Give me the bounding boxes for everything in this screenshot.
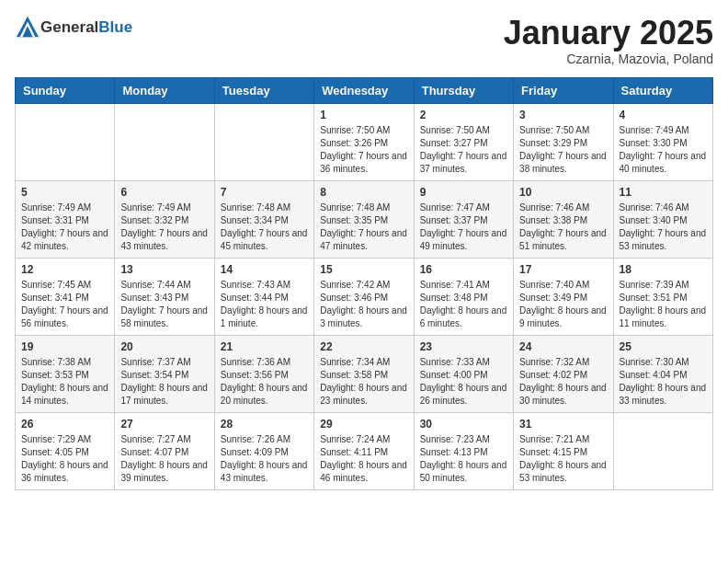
day-number: 7: [221, 186, 308, 199]
day-number: 13: [120, 263, 208, 276]
calendar-cell: [214, 103, 313, 180]
calendar-week-row: 1Sunrise: 7:50 AM Sunset: 3:26 PM Daylig…: [16, 103, 713, 180]
weekday-header-row: SundayMondayTuesdayWednesdayThursdayFrid…: [16, 77, 713, 103]
day-number: 3: [519, 109, 607, 121]
calendar-cell: 2Sunrise: 7:50 AM Sunset: 3:27 PM Daylig…: [414, 103, 513, 180]
day-info: Sunrise: 7:46 AM Sunset: 3:38 PM Dayligh…: [519, 201, 607, 253]
day-number: 28: [221, 418, 308, 431]
weekday-header-monday: Monday: [115, 77, 214, 103]
day-info: Sunrise: 7:43 AM Sunset: 3:44 PM Dayligh…: [221, 279, 308, 330]
logo-icon: [15, 15, 40, 40]
calendar-table: SundayMondayTuesdayWednesdayThursdayFrid…: [15, 77, 713, 490]
location-subtitle: Czarnia, Mazovia, Poland: [504, 52, 713, 66]
calendar-cell: 19Sunrise: 7:38 AM Sunset: 3:53 PM Dayli…: [16, 335, 115, 412]
day-number: 6: [120, 186, 208, 199]
day-info: Sunrise: 7:33 AM Sunset: 4:00 PM Dayligh…: [420, 356, 507, 408]
day-number: 4: [620, 109, 707, 121]
month-title: January 2025: [504, 15, 713, 52]
day-info: Sunrise: 7:48 AM Sunset: 3:34 PM Dayligh…: [221, 201, 308, 253]
logo-blue: Blue: [98, 18, 132, 36]
day-info: Sunrise: 7:46 AM Sunset: 3:40 PM Dayligh…: [620, 201, 707, 253]
day-info: Sunrise: 7:41 AM Sunset: 3:48 PM Dayligh…: [420, 279, 507, 330]
calendar-cell: 13Sunrise: 7:44 AM Sunset: 3:43 PM Dayli…: [115, 258, 214, 335]
day-info: Sunrise: 7:29 AM Sunset: 4:05 PM Dayligh…: [21, 433, 108, 485]
calendar-cell: 22Sunrise: 7:34 AM Sunset: 3:58 PM Dayli…: [314, 335, 414, 412]
day-number: 30: [420, 418, 507, 431]
calendar-cell: 16Sunrise: 7:41 AM Sunset: 3:48 PM Dayli…: [414, 258, 513, 335]
day-info: Sunrise: 7:49 AM Sunset: 3:31 PM Dayligh…: [21, 201, 108, 253]
calendar-cell: 26Sunrise: 7:29 AM Sunset: 4:05 PM Dayli…: [16, 412, 115, 489]
day-info: Sunrise: 7:44 AM Sunset: 3:43 PM Dayligh…: [120, 279, 208, 330]
weekday-header-friday: Friday: [514, 77, 613, 103]
day-info: Sunrise: 7:49 AM Sunset: 3:32 PM Dayligh…: [120, 201, 208, 253]
day-info: Sunrise: 7:24 AM Sunset: 4:11 PM Dayligh…: [320, 433, 407, 485]
day-number: 14: [221, 263, 308, 276]
calendar-cell: 29Sunrise: 7:24 AM Sunset: 4:11 PM Dayli…: [314, 412, 414, 489]
calendar-week-row: 5Sunrise: 7:49 AM Sunset: 3:31 PM Daylig…: [16, 180, 713, 258]
day-number: 9: [420, 186, 507, 199]
calendar-cell: 12Sunrise: 7:45 AM Sunset: 3:41 PM Dayli…: [16, 258, 115, 335]
weekday-header-saturday: Saturday: [613, 77, 712, 103]
weekday-header-tuesday: Tuesday: [214, 77, 313, 103]
calendar-cell: 28Sunrise: 7:26 AM Sunset: 4:09 PM Dayli…: [214, 412, 313, 489]
day-number: 26: [21, 418, 108, 431]
calendar-cell: 18Sunrise: 7:39 AM Sunset: 3:51 PM Dayli…: [613, 258, 712, 335]
day-info: Sunrise: 7:39 AM Sunset: 3:51 PM Dayligh…: [620, 279, 707, 330]
calendar-cell: 23Sunrise: 7:33 AM Sunset: 4:00 PM Dayli…: [414, 335, 513, 412]
day-number: 27: [120, 418, 208, 431]
day-number: 5: [21, 186, 108, 199]
day-info: Sunrise: 7:45 AM Sunset: 3:41 PM Dayligh…: [21, 279, 108, 330]
day-number: 25: [620, 340, 707, 353]
calendar-cell: 1Sunrise: 7:50 AM Sunset: 3:26 PM Daylig…: [314, 103, 414, 180]
day-info: Sunrise: 7:23 AM Sunset: 4:13 PM Dayligh…: [420, 433, 507, 485]
day-info: Sunrise: 7:49 AM Sunset: 3:30 PM Dayligh…: [620, 124, 707, 176]
day-info: Sunrise: 7:27 AM Sunset: 4:07 PM Dayligh…: [120, 433, 208, 485]
calendar-cell: 5Sunrise: 7:49 AM Sunset: 3:31 PM Daylig…: [16, 180, 115, 258]
day-info: Sunrise: 7:32 AM Sunset: 4:02 PM Dayligh…: [519, 356, 607, 408]
day-number: 16: [420, 263, 507, 276]
calendar-cell: 6Sunrise: 7:49 AM Sunset: 3:32 PM Daylig…: [115, 180, 214, 258]
day-number: 29: [320, 418, 407, 431]
calendar-week-row: 12Sunrise: 7:45 AM Sunset: 3:41 PM Dayli…: [16, 258, 713, 335]
calendar-cell: 25Sunrise: 7:30 AM Sunset: 4:04 PM Dayli…: [613, 335, 712, 412]
calendar-cell: 21Sunrise: 7:36 AM Sunset: 3:56 PM Dayli…: [214, 335, 313, 412]
day-info: Sunrise: 7:21 AM Sunset: 4:15 PM Dayligh…: [519, 433, 607, 485]
calendar-week-row: 26Sunrise: 7:29 AM Sunset: 4:05 PM Dayli…: [16, 412, 713, 489]
day-info: Sunrise: 7:47 AM Sunset: 3:37 PM Dayligh…: [420, 201, 507, 253]
calendar-cell: 7Sunrise: 7:48 AM Sunset: 3:34 PM Daylig…: [214, 180, 313, 258]
day-info: Sunrise: 7:50 AM Sunset: 3:26 PM Dayligh…: [320, 124, 407, 176]
weekday-header-sunday: Sunday: [16, 77, 115, 103]
day-number: 1: [320, 109, 407, 121]
calendar-cell: 14Sunrise: 7:43 AM Sunset: 3:44 PM Dayli…: [214, 258, 313, 335]
day-number: 11: [620, 186, 707, 199]
day-info: Sunrise: 7:26 AM Sunset: 4:09 PM Dayligh…: [221, 433, 308, 485]
day-info: Sunrise: 7:50 AM Sunset: 3:27 PM Dayligh…: [420, 124, 507, 176]
day-number: 24: [519, 340, 607, 353]
calendar-cell: 4Sunrise: 7:49 AM Sunset: 3:30 PM Daylig…: [613, 103, 712, 180]
day-info: Sunrise: 7:40 AM Sunset: 3:49 PM Dayligh…: [519, 279, 607, 330]
calendar-cell: [16, 103, 115, 180]
day-number: 22: [320, 340, 407, 353]
day-number: 8: [320, 186, 407, 199]
day-number: 17: [519, 263, 607, 276]
calendar-cell: 8Sunrise: 7:48 AM Sunset: 3:35 PM Daylig…: [314, 180, 414, 258]
calendar-cell: [613, 412, 712, 489]
calendar-cell: 9Sunrise: 7:47 AM Sunset: 3:37 PM Daylig…: [414, 180, 513, 258]
page-header: GeneralBlue January 2025 Czarnia, Mazovi…: [15, 15, 713, 66]
day-info: Sunrise: 7:30 AM Sunset: 4:04 PM Dayligh…: [620, 356, 707, 408]
calendar-cell: 24Sunrise: 7:32 AM Sunset: 4:02 PM Dayli…: [514, 335, 613, 412]
day-info: Sunrise: 7:36 AM Sunset: 3:56 PM Dayligh…: [221, 356, 308, 408]
day-info: Sunrise: 7:34 AM Sunset: 3:58 PM Dayligh…: [320, 356, 407, 408]
calendar-week-row: 19Sunrise: 7:38 AM Sunset: 3:53 PM Dayli…: [16, 335, 713, 412]
calendar-cell: 15Sunrise: 7:42 AM Sunset: 3:46 PM Dayli…: [314, 258, 414, 335]
day-number: 23: [420, 340, 507, 353]
logo: GeneralBlue: [15, 15, 132, 40]
day-info: Sunrise: 7:50 AM Sunset: 3:29 PM Dayligh…: [519, 124, 607, 176]
weekday-header-wednesday: Wednesday: [314, 77, 414, 103]
day-number: 19: [21, 340, 108, 353]
calendar-cell: [115, 103, 214, 180]
calendar-cell: 20Sunrise: 7:37 AM Sunset: 3:54 PM Dayli…: [115, 335, 214, 412]
day-number: 2: [420, 109, 507, 121]
day-number: 15: [320, 263, 407, 276]
calendar-cell: 11Sunrise: 7:46 AM Sunset: 3:40 PM Dayli…: [613, 180, 712, 258]
